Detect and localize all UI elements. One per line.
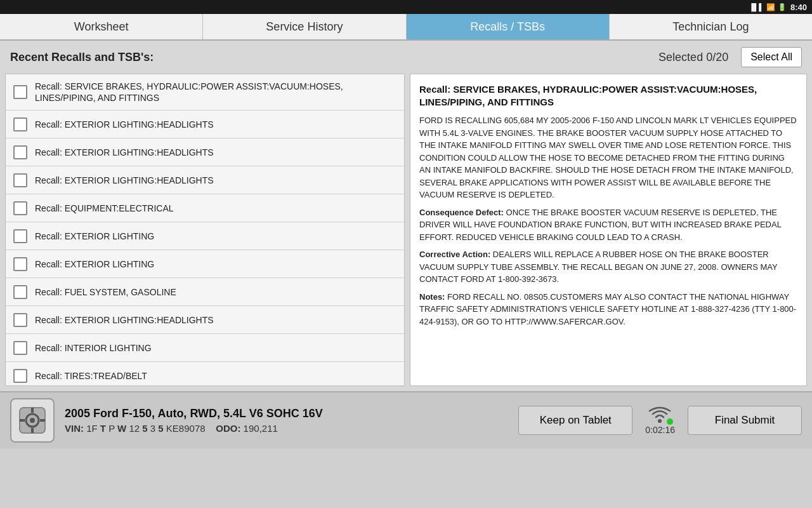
vehicle-vin-row: VIN: 1F T P W 12 5 3 5 KE89078 ODO: 190,… [65,423,508,434]
recall-item-10[interactable]: Recall: INTERIOR LIGHTING [6,334,404,362]
recall-checkbox-10[interactable] [13,341,27,355]
selected-count: Selected 0/20 [658,51,728,64]
status-bar: ▐▌▌ 📶 🔋 8:40 [0,0,812,14]
header-right: Selected 0/20 Select All [658,47,802,67]
odo-value: 190,211 [244,423,278,434]
recall-checkbox-4[interactable] [13,173,27,187]
recall-checkbox-6[interactable] [13,229,27,243]
tab-worksheet[interactable]: Worksheet [0,14,203,39]
select-all-button[interactable]: Select All [741,47,802,67]
vin-label: VIN: [65,423,84,434]
detail-notes: Notes: FORD RECALL NO. 08S05.CUSTOMERS M… [419,291,797,328]
vin-w: W [117,423,126,434]
status-icons: ▐▌▌ 📶 🔋 [749,3,787,11]
recall-item-7[interactable]: Recall: EXTERIOR LIGHTING [6,250,404,278]
recall-detail-panel: Recall: SERVICE BRAKES, HYDRAULIC:POWER … [410,74,807,386]
tab-bar: Worksheet Service History Recalls / TSBs… [0,14,812,41]
recall-checkbox-5[interactable] [13,201,27,215]
svg-rect-6 [40,419,45,422]
tab-service-history[interactable]: Service History [203,14,406,39]
recall-checkbox-1[interactable] [13,85,27,99]
recall-item-9[interactable]: Recall: EXTERIOR LIGHTING:HEADLIGHTS [6,306,404,334]
recalls-header: Recent Recalls and TSB's: Selected 0/20 … [0,41,812,74]
recall-item-2[interactable]: Recall: EXTERIOR LIGHTING:HEADLIGHTS [6,110,404,138]
vin-3: 3 [150,423,155,434]
tab-recalls-tsbs[interactable]: Recalls / TSBs [407,14,610,39]
svg-point-2 [30,418,35,423]
vin-5a: 5 [142,423,147,434]
svg-point-7 [658,419,662,423]
vin-12: 12 [129,423,140,434]
recall-item-8[interactable]: Recall: FUEL SYSTEM, GASOLINE [6,278,404,306]
wifi-icon-wrap [648,406,673,425]
tab-technician-log[interactable]: Technician Log [610,14,812,39]
corrective-label: Corrective Action: [419,250,490,259]
detail-consequence: Consequence Defect: ONCE THE BRAKE BOOST… [419,206,797,244]
recall-label-11: Recall: TIRES:TREAD/BELT [35,370,147,382]
battery-icon: 🔋 [778,3,787,11]
vehicle-name: 2005 Ford F-150, Auto, RWD, 5.4L V6 SOHC… [65,407,508,420]
recall-checkbox-11[interactable] [13,369,27,383]
recall-item-11[interactable]: Recall: TIRES:TREAD/BELT [6,362,404,386]
signal-icon: ▐▌▌ [749,3,764,11]
svg-rect-3 [31,408,34,413]
vin-prefix: 1F [86,423,98,434]
consequence-label: Consequence Defect: [419,208,504,217]
bottom-bar: 2005 Ford F-150, Auto, RWD, 5.4L V6 SOHC… [0,391,812,448]
recall-label-8: Recall: FUEL SYSTEM, GASOLINE [35,286,176,298]
recalls-section-title: Recent Recalls and TSB's: [10,51,154,64]
vin-suffix: KE89078 [166,423,206,434]
keep-on-tablet-button[interactable]: Keep on Tablet [518,406,632,435]
recall-item-5[interactable]: Recall: EQUIPMENT:ELECTRICAL [6,194,404,222]
vin-p: P [108,423,115,434]
wifi-signal-icon: 📶 [766,3,775,11]
final-submit-button[interactable]: Final Submit [688,406,802,435]
recall-checkbox-9[interactable] [13,313,27,327]
detail-title: Recall: SERVICE BRAKES, HYDRAULIC:POWER … [419,83,797,108]
bottom-actions: Keep on Tablet 0:02:16 Final Submit [518,406,802,435]
vin-t: T [100,423,106,434]
recall-checkbox-3[interactable] [13,145,27,159]
notes-text: FORD RECALL NO. 08S05.CUSTOMERS MAY ALSO… [419,292,796,326]
vin-5b: 5 [158,423,163,434]
gear-settings-icon [16,404,48,436]
recall-checkbox-2[interactable] [13,117,27,131]
recall-label-1: Recall: SERVICE BRAKES, HYDRAULIC:POWER … [35,81,396,104]
recall-label-2: Recall: EXTERIOR LIGHTING:HEADLIGHTS [35,119,214,130]
detail-corrective: Corrective Action: DEALERS WILL REPLACE … [419,248,797,286]
wifi-connected-dot [667,418,673,425]
recall-checkbox-8[interactable] [13,285,27,299]
recall-item-6[interactable]: Recall: EXTERIOR LIGHTING [6,222,404,250]
detail-body: FORD IS RECALLING 605,684 MY 2005-2006 F… [419,114,797,328]
recall-item-4[interactable]: Recall: EXTERIOR LIGHTING:HEADLIGHTS [6,166,404,194]
vehicle-icon [10,398,55,443]
recall-label-6: Recall: EXTERIOR LIGHTING [35,231,154,242]
vehicle-info: 2005 Ford F-150, Auto, RWD, 5.4L V6 SOHC… [65,407,508,434]
detail-main-text: FORD IS RECALLING 605,684 MY 2005-2006 F… [419,114,797,201]
recall-list: Recall: SERVICE BRAKES, HYDRAULIC:POWER … [5,74,405,386]
notes-label: Notes: [419,292,445,302]
recall-label-7: Recall: EXTERIOR LIGHTING [35,258,154,270]
recall-label-5: Recall: EQUIPMENT:ELECTRICAL [35,203,174,214]
panels-container: Recall: SERVICE BRAKES, HYDRAULIC:POWER … [0,74,812,391]
recall-checkbox-7[interactable] [13,257,27,271]
wifi-timer: 0:02:16 [645,425,675,435]
odo-label: ODO: [216,423,240,434]
recall-item-3[interactable]: Recall: EXTERIOR LIGHTING:HEADLIGHTS [6,138,404,166]
wifi-status: 0:02:16 [645,406,675,435]
status-time: 8:40 [790,3,807,12]
recall-label-9: Recall: EXTERIOR LIGHTING:HEADLIGHTS [35,314,214,326]
recall-item-1[interactable]: Recall: SERVICE BRAKES, HYDRAULIC:POWER … [6,74,404,110]
svg-rect-5 [20,419,25,422]
svg-rect-4 [31,428,34,433]
recall-label-10: Recall: INTERIOR LIGHTING [35,342,152,354]
recall-label-3: Recall: EXTERIOR LIGHTING:HEADLIGHTS [35,147,214,158]
recall-label-4: Recall: EXTERIOR LIGHTING:HEADLIGHTS [35,175,214,186]
